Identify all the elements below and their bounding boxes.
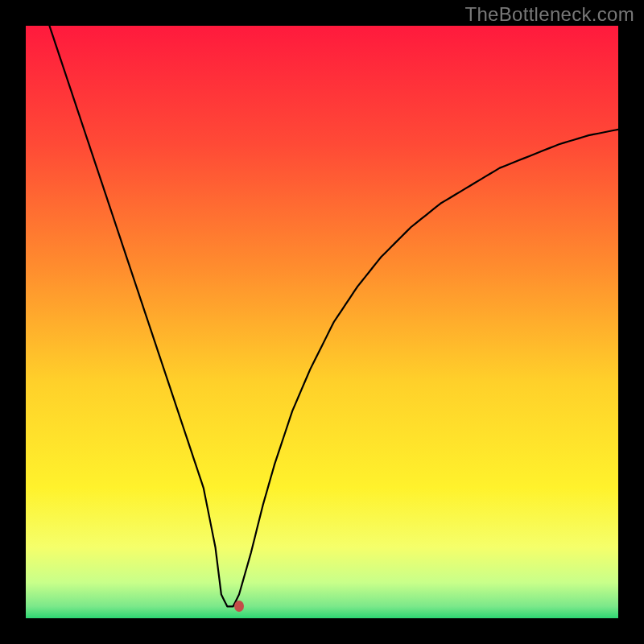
chart-frame: TheBottleneck.com — [0, 0, 644, 644]
watermark-text: TheBottleneck.com — [464, 3, 634, 26]
minimum-marker — [234, 601, 244, 612]
bottleneck-curve — [49, 26, 618, 606]
curve-layer — [26, 26, 618, 618]
plot-area — [26, 26, 618, 618]
